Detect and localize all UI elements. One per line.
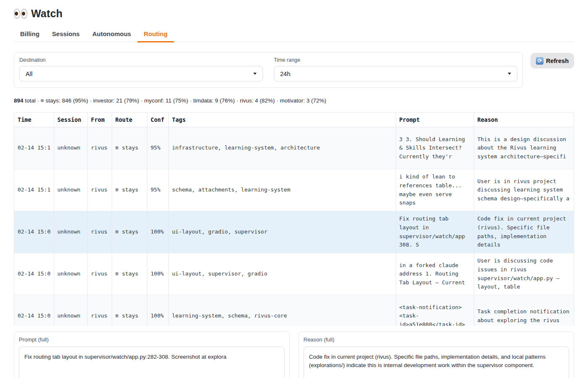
prompt-full-textbox[interactable]: Fix routing tab layout in supervisor/wat… (19, 346, 285, 378)
cell-route: ≡ stays (112, 169, 147, 211)
column-header-route: Route (112, 113, 147, 127)
cell-time: 02-14 15:1 (14, 169, 54, 211)
cell-tags: ui-layout, gradio, supervisor (168, 211, 396, 253)
time-range-label: Time range (274, 57, 517, 63)
cell-from: rivus (87, 253, 112, 295)
cell-tags: ui-layout, supervisor, gradio (168, 253, 396, 295)
tab-billing[interactable]: Billing (14, 27, 46, 42)
table-row[interactable]: 02-14 15:1unknownrivus≡ stays95%infrastr… (14, 127, 574, 169)
destination-field: Destination All (19, 57, 263, 81)
cell-session: unknown (54, 211, 87, 253)
cell-session: unknown (54, 295, 87, 326)
eye-right (21, 9, 27, 18)
cell-prompt: 3 3. Should Learning & Skills Intersect?… (396, 127, 474, 169)
time-range-value: 24h (280, 71, 290, 77)
cell-time: 02-14 15:1 (14, 127, 54, 169)
cell-tags: learning-system, schema, rivus-core (168, 295, 396, 326)
table-header-row: TimeSessionFromRouteConfTagsPromptReason (14, 113, 574, 127)
reason-full-panel: Reason (full) Code fix in current projec… (299, 331, 575, 378)
column-header-reason: Reason (474, 113, 574, 127)
cell-route: ≡ stays (112, 127, 147, 169)
cell-conf: 100% (147, 295, 168, 326)
column-header-session: Session (54, 113, 87, 127)
column-header-from: From (87, 113, 112, 127)
cell-prompt: Fix routing tab layout in supervisor/wat… (396, 211, 474, 253)
refresh-button[interactable]: Refresh (530, 53, 574, 68)
routing-table-container: TimeSessionFromRouteConfTagsPromptReason… (14, 112, 574, 326)
tab-sessions[interactable]: Sessions (46, 27, 86, 42)
cell-conf: 95% (147, 169, 168, 211)
cell-session: unknown (54, 253, 87, 295)
cell-from: rivus (87, 127, 112, 169)
destination-value: All (26, 71, 32, 77)
cell-conf: 95% (147, 127, 168, 169)
stats-line: 894 total · ≡ stays: 846 (95%) · investo… (14, 97, 574, 104)
cell-from: rivus (87, 211, 112, 253)
cell-session: unknown (54, 127, 87, 169)
eyes-icon (14, 9, 27, 18)
cell-route: ≡ stays (112, 253, 147, 295)
cell-session: unknown (54, 169, 87, 211)
destination-select[interactable]: All (19, 66, 263, 81)
cell-reason: User is discussing code issues in rivus … (474, 253, 574, 295)
tab-bar: BillingSessionsAutonomousRouting (14, 27, 574, 42)
cell-reason: Code fix in current project (rivus). Spe… (474, 211, 574, 253)
routing-table: TimeSessionFromRouteConfTagsPromptReason… (14, 113, 574, 326)
cell-route: ≡ stays (112, 211, 147, 253)
cell-time: 02-14 15:0 (14, 253, 54, 295)
toolbar: Destination All Time range 24h Refresh (14, 52, 574, 88)
table-row[interactable]: 02-14 15:1unknownrivus≡ stays95%schema, … (14, 169, 574, 211)
time-range-field: Time range 24h (274, 57, 517, 81)
cell-conf: 100% (147, 253, 168, 295)
tab-routing[interactable]: Routing (137, 27, 174, 42)
cell-reason: This is a design discussion about the Ri… (474, 127, 574, 169)
prompt-full-panel: Prompt (full) Fix routing tab layout in … (14, 331, 290, 378)
table-row[interactable]: 02-14 15:0unknownrivus≡ stays100%learnin… (14, 295, 574, 326)
app-header: Watch (14, 8, 574, 20)
chevron-down-icon (508, 73, 511, 75)
cell-reason: Task completion notification about explo… (474, 295, 574, 326)
time-range-select[interactable]: 24h (274, 66, 517, 81)
table-row[interactable]: 02-14 15:0unknownrivus≡ stays100%ui-layo… (14, 253, 574, 295)
reason-full-textbox[interactable]: Code fix in current project (rivus). Spe… (304, 346, 570, 378)
cell-reason: User is in rivus project discussing lear… (474, 169, 574, 211)
refresh-icon (536, 57, 543, 65)
eye-left (14, 9, 20, 18)
cell-prompt: i kind of lean to references table... ma… (396, 169, 474, 211)
cell-route: ≡ stays (112, 295, 147, 326)
column-header-prompt: Prompt (396, 113, 474, 127)
cell-conf: 100% (147, 211, 168, 253)
refresh-label: Refresh (546, 58, 569, 64)
column-header-tags: Tags (168, 113, 396, 127)
cell-tags: schema, attachments, learning-system (168, 169, 396, 211)
column-header-conf: Conf (147, 113, 168, 127)
tab-autonomous[interactable]: Autonomous (86, 27, 137, 42)
cell-prompt: in a forked claude address 1. Routing Ta… (396, 253, 474, 295)
chevron-down-icon (253, 73, 257, 75)
cell-time: 02-14 15:0 (14, 295, 54, 326)
reason-full-label: Reason (full) (304, 336, 570, 343)
page-title: Watch (31, 8, 63, 20)
stats-total: 894 (14, 97, 24, 104)
cell-from: rivus (87, 295, 112, 326)
watch-app: Watch BillingSessionsAutonomousRouting D… (0, 0, 588, 378)
cell-from: rivus (87, 169, 112, 211)
detail-section: Prompt (full) Fix routing tab layout in … (14, 331, 574, 378)
destination-label: Destination (19, 57, 263, 63)
cell-tags: infrastructure, learning-system, archite… (168, 127, 396, 169)
column-header-time: Time (14, 113, 54, 127)
cell-time: 02-14 15:0 (14, 211, 54, 253)
table-row[interactable]: 02-14 15:0unknownrivus≡ stays100%ui-layo… (14, 211, 574, 253)
prompt-full-label: Prompt (full) (19, 336, 285, 343)
filter-panel: Destination All Time range 24h (14, 52, 523, 88)
cell-prompt: <task-notification> <task-id>a51e800</ta… (396, 295, 474, 326)
